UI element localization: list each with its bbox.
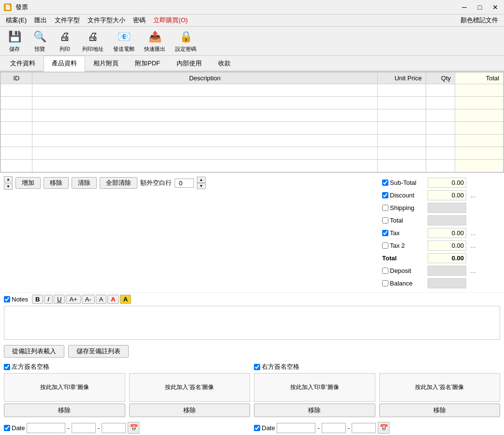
cell-unit[interactable] [378, 147, 426, 160]
cell-total[interactable] [455, 160, 504, 172]
subtotal-checkbox[interactable] [382, 180, 388, 186]
close-button[interactable]: ✕ [490, 2, 500, 12]
remove-button[interactable]: 移除 [44, 177, 69, 189]
cell-total[interactable] [455, 109, 504, 122]
menu-file[interactable]: 檔案(E) [2, 15, 30, 26]
total-mid-checkbox[interactable] [382, 217, 388, 224]
balance-label[interactable]: Balance [382, 280, 426, 287]
cell-qty[interactable] [426, 97, 455, 109]
notes-textarea[interactable] [4, 306, 500, 340]
right-date-month[interactable] [322, 423, 346, 433]
tax2-checkbox[interactable] [382, 242, 388, 249]
cell-id[interactable] [1, 122, 32, 135]
cell-id[interactable] [1, 97, 32, 109]
quick-export-button[interactable]: 📤 快速匯出 [141, 27, 168, 55]
deposit-value[interactable] [428, 266, 466, 276]
notes-checkbox[interactable] [4, 296, 10, 302]
menu-font[interactable]: 文件字型 [51, 15, 84, 26]
right-add-sign-button[interactable]: 按此加入'簽名'圖像 [379, 373, 501, 402]
cell-total[interactable] [455, 147, 504, 160]
deposit-checkbox[interactable] [382, 268, 388, 274]
tax2-value[interactable] [428, 240, 466, 251]
send-email-button[interactable]: 📧 發送電郵 [110, 27, 137, 55]
balance-value[interactable] [428, 278, 466, 288]
cell-desc[interactable] [32, 135, 378, 147]
tax-value[interactable] [428, 228, 466, 238]
left-add-sign-button[interactable]: 按此加入'簽名'圖像 [129, 373, 251, 402]
cell-qty[interactable] [426, 135, 455, 147]
balance-checkbox[interactable] [382, 280, 388, 286]
font-color-button[interactable]: A [107, 295, 119, 304]
cell-desc[interactable] [32, 97, 378, 109]
cell-desc[interactable] [32, 160, 378, 172]
deposit-more-button[interactable]: ... [468, 267, 478, 274]
left-date-day[interactable] [102, 423, 126, 433]
discount-value[interactable] [428, 190, 466, 200]
left-remove-sign-button[interactable]: 移除 [129, 404, 251, 417]
tax2-label[interactable]: Tax 2 [382, 242, 426, 249]
cell-id[interactable] [1, 84, 32, 97]
cell-qty[interactable] [426, 160, 455, 172]
right-sig-checkbox[interactable] [254, 364, 260, 370]
cell-total[interactable] [455, 97, 504, 109]
tab-document[interactable]: 文件資料 [2, 56, 44, 72]
discount-checkbox[interactable] [382, 192, 388, 198]
load-bookmark-button[interactable]: 從備註列表載入 [4, 345, 64, 358]
cell-desc[interactable] [32, 109, 378, 122]
cell-unit[interactable] [378, 122, 426, 135]
cell-total[interactable] [455, 135, 504, 147]
cell-total[interactable] [455, 122, 504, 135]
left-date-month[interactable] [72, 423, 96, 433]
left-date-year[interactable] [27, 423, 65, 433]
tab-payment[interactable]: 收款 [210, 56, 239, 72]
cell-unit[interactable] [378, 109, 426, 122]
tax2-more-button[interactable]: ... [468, 242, 478, 249]
left-sig-check-label[interactable]: 左方簽名空格 [4, 362, 49, 371]
total-mid-label[interactable]: Total [382, 217, 426, 224]
cell-qty[interactable] [426, 84, 455, 97]
cell-unit[interactable] [378, 84, 426, 97]
subtotal-label[interactable]: Sub-Total [382, 179, 426, 186]
highlight-button[interactable]: A [120, 295, 131, 304]
right-date-checkbox[interactable] [254, 425, 260, 431]
right-remove-sign-button[interactable]: 移除 [379, 404, 501, 417]
tax-checkbox[interactable] [382, 230, 388, 236]
discount-label[interactable]: Discount [382, 192, 426, 199]
extra-down-button[interactable]: ▼ [197, 183, 206, 189]
right-date-year[interactable] [277, 423, 315, 433]
shipping-value[interactable] [428, 203, 466, 213]
right-date-check[interactable]: Date [254, 424, 275, 432]
menu-color-mark[interactable]: 顏色標記文件 [457, 15, 502, 26]
discount-more-button[interactable]: ... [468, 192, 478, 199]
print-address-button[interactable]: 🖨 列印地址 [79, 27, 106, 55]
menu-password[interactable]: 密碼 [129, 15, 149, 26]
menu-font-size[interactable]: 文件字型大小 [84, 15, 129, 26]
left-add-stamp-button[interactable]: 按此加入'印章'圖像 [4, 373, 125, 402]
left-date-checkbox[interactable] [4, 425, 10, 431]
font-size-down-button[interactable]: A- [82, 295, 95, 304]
left-remove-stamp-button[interactable]: 移除 [4, 404, 125, 417]
menu-export[interactable]: 匯出 [30, 15, 51, 26]
tax-label[interactable]: Tax [382, 229, 426, 237]
right-date-day[interactable] [352, 423, 376, 433]
tab-photo[interactable]: 相片附頁 [85, 56, 127, 72]
print-button[interactable]: 🖨 列印 [54, 27, 75, 55]
move-down-button[interactable]: ▼ [4, 183, 13, 190]
subtotal-value[interactable] [428, 178, 466, 188]
cell-id[interactable] [1, 135, 32, 147]
bold-button[interactable]: B [32, 295, 43, 304]
deposit-label[interactable]: Deposit [382, 267, 426, 274]
add-button[interactable]: 增加 [15, 177, 41, 189]
underline-button[interactable]: U [54, 295, 65, 304]
maximize-button[interactable]: □ [475, 2, 485, 12]
right-sig-check-label[interactable]: 右方簽名空格 [254, 362, 299, 371]
left-date-check[interactable]: Date [4, 424, 25, 432]
cell-total[interactable] [455, 84, 504, 97]
save-bookmark-button[interactable]: 儲存至備註列表 [68, 345, 129, 358]
italic-button[interactable]: I [44, 295, 53, 304]
right-remove-stamp-button[interactable]: 移除 [254, 404, 375, 417]
cell-id[interactable] [1, 147, 32, 160]
preview-button[interactable]: 🔍 預覽 [29, 27, 50, 55]
menu-buy[interactable]: 立即購買(O) [149, 15, 192, 26]
left-calendar-button[interactable]: 📅 [128, 422, 139, 434]
